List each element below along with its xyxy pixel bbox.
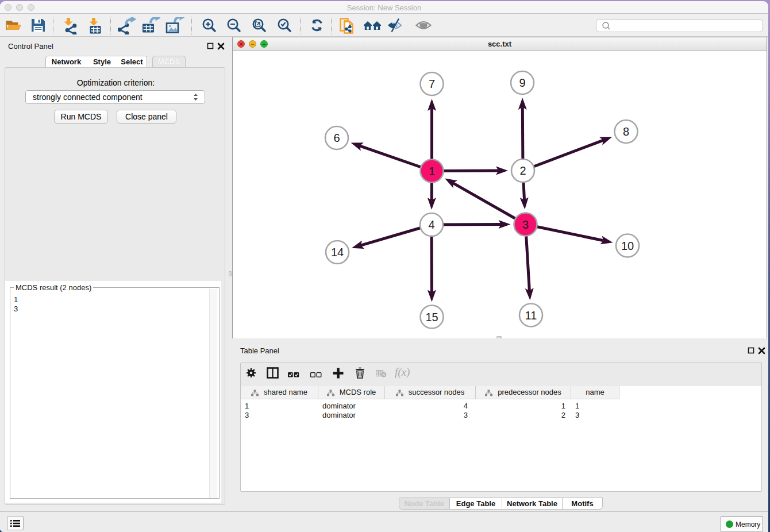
svg-text:7: 7 bbox=[429, 78, 435, 90]
svg-text:3: 3 bbox=[522, 218, 529, 231]
svg-text:2: 2 bbox=[519, 164, 526, 177]
svg-text:11: 11 bbox=[525, 309, 537, 322]
svg-text:6: 6 bbox=[333, 132, 340, 144]
svg-text:1: 1 bbox=[429, 165, 435, 178]
svg-text:9: 9 bbox=[519, 76, 525, 89]
svg-text:10: 10 bbox=[621, 240, 634, 252]
svg-text:15: 15 bbox=[425, 311, 438, 323]
svg-text:8: 8 bbox=[623, 125, 629, 138]
svg-text:4: 4 bbox=[428, 218, 434, 231]
svg-text:14: 14 bbox=[331, 246, 344, 259]
